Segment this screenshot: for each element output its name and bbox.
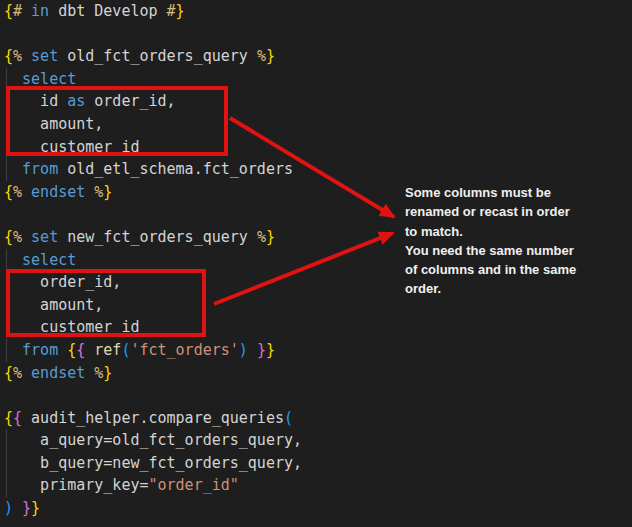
code-line: {% endset %} [4,362,302,385]
annotation-line: renamed or recast in order [405,202,576,221]
code-token: primary_key= [4,476,149,494]
code-token [13,499,22,517]
code-line: {% endset %} [4,181,302,204]
code-token [85,364,94,382]
code-line: from {{ ref('fct_orders') }} [4,339,302,362]
code-token: % [94,364,103,382]
code-token: 'fct_orders' [130,341,238,359]
code-token: % [13,228,22,246]
highlight-box-new-columns [6,269,206,337]
code-token: } [103,183,112,201]
code-token: "order_id" [149,476,239,494]
code-block: {# in dbt Develop #}{% set old_fct_order… [4,0,302,520]
code-token: } [103,364,112,382]
code-token [22,228,31,246]
code-token: } [257,341,266,359]
code-token: ) [239,341,248,359]
code-line: select [4,249,302,272]
annotation-line: Some columns must be [405,183,576,202]
code-token: % [13,183,22,201]
code-token: { [67,341,76,359]
code-token: # [167,2,176,20]
code-token: } [22,499,31,517]
code-line: ) }} [4,497,302,520]
code-token [22,183,31,201]
code-token: { [4,2,13,20]
code-token: } [266,47,275,65]
annotation-line: to match. [405,222,576,241]
code-line: from old_etl_schema.fct_orders [4,158,302,181]
code-token: } [266,341,275,359]
code-token: % [94,183,103,201]
code-token: % [257,47,266,65]
annotation-note: Some columns must berenamed or recast in… [405,183,576,299]
code-token: { [4,364,13,382]
code-token [4,341,22,359]
annotation-line: You need the same number [405,241,576,260]
code-token: { [4,228,13,246]
code-token: in [31,2,49,20]
code-token [4,251,22,269]
code-token [85,183,94,201]
code-token [22,364,31,382]
code-token: { [4,47,13,65]
code-token: from [22,341,58,359]
annotation-line: order. [405,279,576,298]
code-token: old_fct_orders_query [58,47,257,65]
code-token: % [13,364,22,382]
code-token: endset [31,183,85,201]
code-token: ref [94,341,121,359]
code-token: from [22,160,58,178]
code-token: { [13,409,22,427]
code-token: { [4,409,13,427]
highlight-box-old-columns [6,86,228,156]
code-token: a_query=old_fct_orders_query, [4,431,302,449]
code-line: b_query=new_fct_orders_query, [4,452,302,475]
code-line: {% set new_fct_orders_query %} [4,226,302,249]
code-token: b_query=new_fct_orders_query, [4,454,302,472]
code-token: { [76,341,85,359]
code-token [22,2,31,20]
code-token [4,160,22,178]
code-token: % [13,47,22,65]
code-token [22,47,31,65]
code-token: % [257,228,266,246]
code-line: primary_key="order_id" [4,474,302,497]
code-line: {# in dbt Develop #} [4,0,302,23]
code-token: # [13,2,22,20]
code-line [4,384,302,407]
code-token: ) [4,499,13,517]
code-token: old_etl_schema.fct_orders [58,160,293,178]
code-token: ( [284,409,293,427]
code-line: {{ audit_helper.compare_queries( [4,407,302,430]
code-editor-canvas: {# in dbt Develop #}{% set old_fct_order… [0,0,632,527]
code-token [85,341,94,359]
code-line [4,23,302,46]
code-line: a_query=old_fct_orders_query, [4,429,302,452]
code-token: } [31,499,40,517]
annotation-line: of columns and in the same [405,260,576,279]
code-token: audit_helper.compare_queries [22,409,284,427]
code-token [248,341,257,359]
code-token: { [4,183,13,201]
code-token: dbt Develop [49,2,166,20]
code-token: new_fct_orders_query [58,228,257,246]
code-token [58,341,67,359]
code-token: select [22,251,76,269]
code-token: endset [31,364,85,382]
code-token: } [176,2,185,20]
code-token: } [266,228,275,246]
code-line [4,203,302,226]
code-token: set [31,228,58,246]
code-token: set [31,47,58,65]
code-line: {% set old_fct_orders_query %} [4,45,302,68]
